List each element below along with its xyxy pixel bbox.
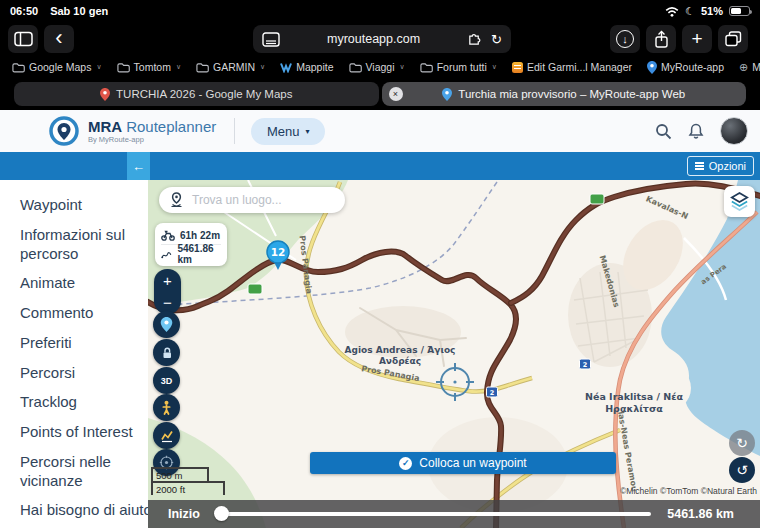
sidebar-item-comment[interactable]: Commento: [20, 304, 142, 323]
motorcycle-icon: [161, 230, 175, 241]
sidebar-icon: [14, 31, 33, 47]
scale-imperial: 2000 ft: [151, 481, 225, 495]
map-attribution: ©Michelin ©TomTom ©Natural Earth: [620, 486, 757, 496]
status-bar: 06:50 Sab 10 gen ☾ 51%: [0, 0, 760, 22]
route-sidebar: Waypoint Informazioni sul percorso Anima…: [0, 180, 148, 528]
folder-icon: [12, 62, 25, 73]
chevron-down-icon: ∨: [260, 63, 265, 71]
sidebar-item-tracklog[interactable]: Tracklog: [20, 393, 142, 412]
town-label: Ανδρέας: [379, 356, 421, 366]
tab-title: Turchia mia provvisorio – MyRoute-app We…: [458, 88, 685, 100]
map-search-box[interactable]: Trova un luogo...: [159, 187, 345, 213]
chevron-down-icon: ∨: [492, 63, 497, 71]
reload-icon[interactable]: ↻: [491, 32, 502, 47]
url-text[interactable]: myrouteapp.com: [280, 32, 467, 46]
globe-icon: ⊕: [739, 61, 748, 74]
route-slider-bar: Inizio 5461.86 km: [148, 500, 760, 528]
elevation-chart-button[interactable]: [153, 422, 180, 449]
undo-icon: ↺: [736, 462, 748, 478]
route-distance-icon: [161, 249, 172, 260]
folder-icon: [196, 62, 209, 73]
tab-overview-button[interactable]: [718, 25, 748, 53]
bookmark-folder-garmin[interactable]: GARMIN∨: [196, 61, 265, 73]
lock-map-button[interactable]: [153, 339, 180, 366]
location-search-icon: [169, 192, 184, 208]
bookmark-folder-tomtom[interactable]: Tomtom∨: [117, 61, 181, 73]
battery-percent: 51%: [701, 5, 723, 17]
map-layers-button[interactable]: [724, 186, 755, 217]
extensions-puzzle-icon[interactable]: [467, 32, 482, 47]
sidebar-item-waypoint[interactable]: Waypoint: [20, 196, 142, 215]
options-button[interactable]: Opzioni: [687, 156, 754, 176]
bookmark-myroute-app[interactable]: MyRoute-app: [647, 61, 724, 74]
sidebar-toggle-button[interactable]: [8, 25, 38, 53]
slider-total-distance: 5461.86 km: [667, 507, 734, 521]
search-icon[interactable]: [655, 123, 672, 140]
sidebar-item-route-info[interactable]: Informazioni sul percorso: [20, 226, 142, 264]
search-placeholder: Trova un luogo...: [192, 193, 282, 207]
garmin-app-icon: [512, 62, 523, 73]
bookmark-folder-viaggi[interactable]: Viaggi∨: [349, 61, 405, 73]
bookmark-motomappa[interactable]: ⊕ MotoMappa: [739, 61, 760, 74]
sidebar-item-poi[interactable]: Points of Interest: [20, 423, 142, 442]
3d-view-button[interactable]: 3D: [153, 367, 180, 394]
slider-start-label: Inizio: [168, 507, 200, 521]
reader-icon[interactable]: [262, 32, 280, 47]
tab-google-my-maps[interactable]: TURCHIA 2026 - Google My Maps: [14, 82, 379, 106]
sidebar-item-favorites[interactable]: Preferiti: [20, 334, 142, 353]
svg-text:12: 12: [271, 246, 286, 258]
back-button[interactable]: ‹: [44, 25, 74, 53]
lock-icon: [160, 346, 174, 360]
locate-button[interactable]: [153, 311, 180, 338]
app-header: MRARouteplanner By MyRoute-app Menu ▾: [0, 110, 760, 152]
town-label: Néa Iraklitsa / Νέα: [585, 391, 684, 402]
basemap: 2 2 Agios Andreas / Άγιος Ανδρέας Néa Ir…: [148, 180, 760, 528]
redo-icon: ↻: [736, 435, 748, 451]
undo-button[interactable]: ↺: [729, 457, 755, 483]
downloads-button[interactable]: ↓: [610, 25, 640, 53]
svg-text:2: 2: [583, 361, 588, 369]
check-icon: ✓: [399, 457, 412, 470]
bookmark-folder-forum-tutti[interactable]: Forum tutti∨: [420, 61, 497, 73]
tab-myroute-app-active[interactable]: × Turchia mia provvisorio – MyRoute-app …: [382, 82, 747, 106]
zoom-out-button[interactable]: −: [163, 294, 172, 311]
sidebar-item-nearby-routes[interactable]: Percorsi nelle vicinanze: [20, 453, 142, 491]
chevron-down-icon: ∨: [400, 63, 405, 71]
bookmark-edit-garmin-manager[interactable]: Edit Garmi...l Manager: [512, 61, 632, 73]
redo-button[interactable]: ↻: [729, 430, 755, 456]
menu-button[interactable]: Menu ▾: [251, 118, 325, 145]
town-label: Ηρακλίτσα: [605, 403, 663, 414]
bookmarks-bar: Google Maps∨ Tomtom∨ GARMIN∨ Mappite Via…: [0, 56, 760, 78]
street-view-button[interactable]: [153, 394, 180, 421]
address-bar[interactable]: myrouteapp.com ↻: [253, 25, 511, 53]
ipad-screen: 06:50 Sab 10 gen ☾ 51% ‹: [0, 0, 760, 528]
chart-icon: [160, 429, 174, 443]
scale-metric: 500 m: [151, 467, 209, 481]
brand-mra: MRA: [88, 118, 122, 135]
download-icon: ↓: [622, 33, 628, 45]
route-time: 61h 22m: [180, 230, 220, 241]
sidebar-item-routes[interactable]: Percorsi: [20, 364, 142, 383]
place-waypoint-button[interactable]: ✓ Colloca un waypoint: [310, 452, 616, 474]
bookmark-folder-google-maps[interactable]: Google Maps∨: [12, 61, 102, 73]
folder-icon: [349, 62, 362, 73]
bell-icon[interactable]: [688, 123, 704, 140]
sidebar-item-animate[interactable]: Animate: [20, 274, 142, 293]
location-pin-icon: [160, 317, 173, 332]
sidebar-item-help[interactable]: Hai bisogno di aiuto?: [20, 501, 142, 520]
route-slider-track[interactable]: [216, 512, 651, 516]
bookmark-mappite[interactable]: Mappite: [280, 61, 333, 73]
route-slider-handle[interactable]: [214, 506, 229, 521]
tab-title: TURCHIA 2026 - Google My Maps: [116, 88, 292, 100]
user-avatar[interactable]: [720, 117, 748, 145]
new-tab-button[interactable]: +: [682, 25, 712, 53]
zoom-in-button[interactable]: +: [163, 272, 172, 289]
wifi-icon: [665, 6, 679, 17]
close-tab-button[interactable]: ×: [389, 87, 403, 101]
map-canvas[interactable]: 2 2 Agios Andreas / Άγιος Ανδρέας Néa Ir…: [148, 180, 760, 528]
collapse-sidebar-button[interactable]: ←: [127, 152, 150, 180]
battery-icon: [729, 6, 750, 16]
share-button[interactable]: [646, 25, 676, 53]
mra-logo: [48, 115, 80, 147]
header-divider: [234, 118, 235, 144]
